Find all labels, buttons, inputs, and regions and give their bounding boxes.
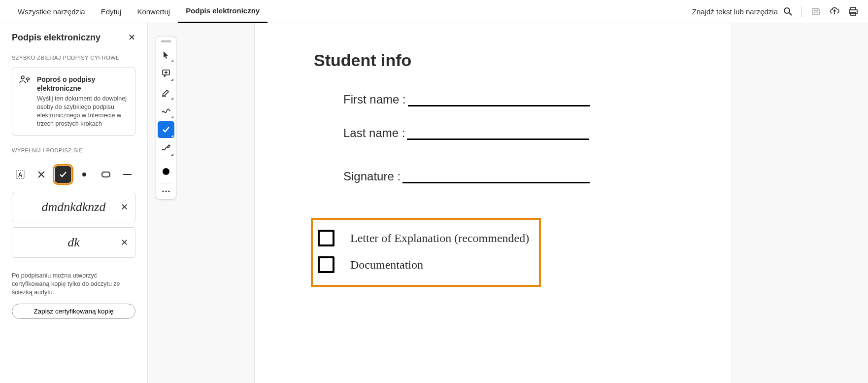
save-certified-copy-button[interactable]: Zapisz certyfikowaną kopię xyxy=(12,304,135,319)
section-collect-label: SZYBKO ZBIERAJ PODPISY CYFROWE xyxy=(12,55,135,61)
svg-text:A: A xyxy=(18,172,22,178)
checkbox-letter-label: Letter of Explanation (recommended) xyxy=(350,232,529,245)
checkbox-letter[interactable] xyxy=(318,230,334,246)
tab-convert[interactable]: Konwertuj xyxy=(129,0,178,23)
svg-point-7 xyxy=(21,76,24,79)
check-mark-button[interactable] xyxy=(55,166,71,183)
signature-1-text: dmdnkdknzd xyxy=(42,200,106,214)
checkbox-documentation[interactable] xyxy=(318,256,334,273)
close-panel-icon[interactable]: ✕ xyxy=(128,32,135,43)
text-tool-button[interactable]: A xyxy=(12,166,29,183)
first-name-line[interactable] xyxy=(408,96,590,106)
search-icon xyxy=(783,6,793,16)
draw-tool[interactable] xyxy=(158,103,174,119)
card-desc: Wyślij ten dokument do dowolnej osoby do… xyxy=(37,95,128,128)
canvas-area: Student info First name : Last name : Si… xyxy=(148,23,868,383)
svg-line-1 xyxy=(789,13,792,15)
check-row-2: Documentation xyxy=(318,251,529,278)
toolbox-divider xyxy=(160,160,172,160)
search-label: Znajdź tekst lub narzędzia xyxy=(692,7,778,16)
signature-slot-1[interactable]: dmdnkdknzd ✕ xyxy=(12,192,135,222)
cross-mark-button[interactable] xyxy=(33,166,50,183)
last-name-line[interactable] xyxy=(407,129,589,140)
checkbox-group-highlight: Letter of Explanation (recommended) Docu… xyxy=(311,218,541,287)
dot-button[interactable] xyxy=(76,166,93,183)
toolbox-grip-icon[interactable] xyxy=(161,40,171,42)
more-tools[interactable] xyxy=(158,186,174,196)
svg-point-17 xyxy=(163,168,169,175)
signature-field: Signature : xyxy=(343,170,692,183)
checkmark-tool[interactable] xyxy=(158,121,174,138)
tab-esign[interactable]: Podpis elektroniczny xyxy=(178,0,267,23)
svg-rect-6 xyxy=(851,12,856,15)
print-icon[interactable] xyxy=(848,6,858,16)
doc-heading: Student info xyxy=(314,51,692,70)
topbar: Wszystkie narzędzia Edytuj Konwertuj Pod… xyxy=(0,0,868,23)
svg-rect-2 xyxy=(814,8,817,10)
check-row-1: Letter of Explanation (recommended) xyxy=(318,225,529,251)
panel-title: Podpis elektroniczny xyxy=(12,33,100,43)
svg-point-10 xyxy=(82,173,86,176)
sign-tool[interactable] xyxy=(158,140,174,157)
cloud-upload-icon[interactable] xyxy=(830,6,839,16)
svg-point-20 xyxy=(168,190,169,192)
signature-2-text: dk xyxy=(67,235,80,250)
tab-all-tools[interactable]: Wszystkie narzędzia xyxy=(10,0,93,23)
search-tools[interactable]: Znajdź tekst lub narzędzia xyxy=(692,6,793,16)
request-signatures-card[interactable]: Poproś o podpisy elektroniczne Wyślij te… xyxy=(12,68,135,136)
color-picker-tool[interactable] xyxy=(158,163,174,180)
highlight-tool[interactable] xyxy=(158,84,174,101)
toolbox-divider-2 xyxy=(160,183,172,183)
first-name-field: First name : xyxy=(343,93,692,106)
line-button[interactable] xyxy=(119,166,136,183)
topbar-right: Znajdź tekst lub narzędzia xyxy=(692,6,858,17)
people-sign-icon xyxy=(19,75,31,86)
delete-signature-2-icon[interactable]: ✕ xyxy=(121,237,128,248)
last-name-field: Last name : xyxy=(343,126,692,140)
last-name-label: Last name : xyxy=(343,126,405,140)
sidepanel: Podpis elektroniczny ✕ SZYBKO ZBIERAJ PO… xyxy=(0,23,148,383)
document-page[interactable]: Student info First name : Last name : Si… xyxy=(254,23,732,383)
svg-rect-11 xyxy=(102,172,110,177)
comment-tool[interactable] xyxy=(158,65,174,82)
fill-shape-row: A xyxy=(12,166,135,183)
card-title: Poproś o podpisy elektroniczne xyxy=(37,75,128,93)
divider xyxy=(801,6,802,17)
main: Podpis elektroniczny ✕ SZYBKO ZBIERAJ PO… xyxy=(0,23,868,383)
signature-label: Signature : xyxy=(343,170,401,183)
rounded-rect-button[interactable] xyxy=(98,166,114,183)
tab-edit[interactable]: Edytuj xyxy=(93,0,130,23)
select-tool[interactable] xyxy=(158,46,174,63)
first-name-label: First name : xyxy=(343,93,406,106)
delete-signature-1-icon[interactable]: ✕ xyxy=(121,202,128,212)
certify-note: Po podpisaniu można utworzyć certyfikowa… xyxy=(12,272,135,297)
topbar-tabs: Wszystkie narzędzia Edytuj Konwertuj Pod… xyxy=(10,0,267,23)
signature-slot-2[interactable]: dk ✕ xyxy=(12,227,135,258)
svg-point-19 xyxy=(165,190,167,192)
svg-point-18 xyxy=(162,190,164,192)
floating-toolbox[interactable] xyxy=(156,36,176,200)
svg-point-0 xyxy=(784,8,790,13)
svg-rect-3 xyxy=(814,12,818,15)
save-icon[interactable] xyxy=(811,6,821,16)
section-fill-sign-label: WYPEŁNIJ I PODPISZ SIĘ xyxy=(12,147,135,153)
signature-line[interactable] xyxy=(402,173,590,183)
checkbox-documentation-label: Documentation xyxy=(350,258,423,272)
